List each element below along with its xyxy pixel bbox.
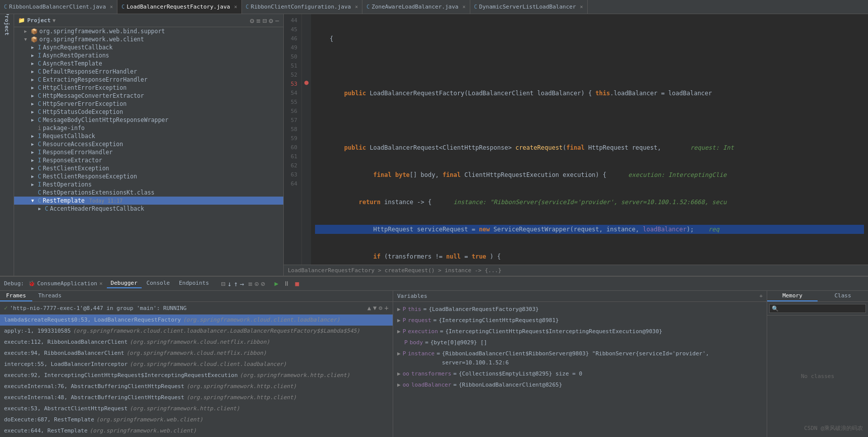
frames-tab[interactable]: Frames [0, 291, 32, 301]
tree-item-web-client-pkg[interactable]: ▼ 📦 org.springframework.web.client [14, 35, 283, 43]
close-tab-3[interactable]: × [462, 4, 465, 10]
code-container[interactable]: 44 45 46 49 50 51 52 53 54 55 56 57 58 5… [284, 14, 868, 265]
tree-item-rest-client-exception[interactable]: ▶ C RestClientException [14, 164, 283, 172]
run-to-cursor-icon[interactable]: → [240, 280, 244, 288]
var-transformers[interactable]: ▶ oo transformers = {Collections$EmptyLi… [393, 368, 767, 380]
code-line-52: return instance -> { instance: "RibbonSe… [315, 198, 864, 207]
breakpoints-icon[interactable]: ⊙ [255, 280, 259, 288]
frame-item-9[interactable]: doExecute:687, RestTemplate (org.springf… [0, 414, 393, 425]
expand-arrow-i2: ▶ [31, 53, 36, 58]
thread-filter-icon[interactable]: ▲ [367, 304, 371, 311]
class-tab[interactable]: Class [818, 291, 868, 301]
var-execution[interactable]: ▶ P execution = {InterceptingClientHttpR… [393, 326, 767, 337]
tree-item-request-callback[interactable]: ▶ I RequestCallback [14, 132, 283, 140]
debug-tab-debugger[interactable]: Debugger [107, 279, 142, 288]
list-icon[interactable]: ≡ [256, 17, 260, 25]
settings-icon[interactable]: ⚙ [269, 17, 273, 25]
step-out-icon[interactable]: ↑ [233, 280, 237, 288]
expand-execution[interactable]: ▶ [397, 327, 401, 336]
frame-item-6[interactable]: executeInternal:76, AbstractBufferingCli… [0, 381, 393, 392]
tree-item-http-server-error[interactable]: ▶ C HttpServerErrorException [14, 100, 283, 108]
tree-item-default-response[interactable]: ▶ C DefaultResponseErrorHandler [14, 68, 283, 76]
threads-tab[interactable]: Threads [32, 291, 68, 301]
tree-item-rest-client-response[interactable]: ▶ C RestClientResponseException [14, 172, 283, 180]
frame-item-0[interactable]: lambda$createRequest$0:53, LoadBalancerR… [0, 315, 393, 326]
close-session-icon[interactable]: × [99, 280, 103, 287]
expand-this[interactable]: ▶ [397, 305, 401, 314]
debug-tab-endpoints[interactable]: Endpoints [175, 279, 213, 288]
tab-ribbon-load-balancer-client[interactable]: C RibbonLoadBalancerClient.java × [0, 0, 117, 14]
memory-tab[interactable]: Memory [767, 291, 818, 301]
debug-label: Debug: [4, 280, 24, 287]
tab-zone-aware[interactable]: C ZoneAwareLoadBalancer.java × [362, 0, 470, 14]
var-this[interactable]: ▶ P this = {LoadBalancerRequestFactory@8… [393, 304, 767, 315]
frame-item-10[interactable]: execute:644, RestTemplate (org.springfra… [0, 425, 393, 436]
tree-item-msg-body[interactable]: ▶ C MessageBodyClientHttpResponseWrapper [14, 116, 283, 124]
frame-item-5[interactable]: execute:92, InterceptingClientHttpReques… [0, 370, 393, 381]
close-tab-2[interactable]: × [355, 4, 358, 10]
frame-item-3[interactable]: execute:94, RibbonLoadBalancerClient (or… [0, 348, 393, 359]
tab-ribbon-client-config[interactable]: C RibbonClientConfiguration.java × [242, 0, 363, 14]
class-icon-10: C [38, 165, 41, 172]
run-controls: ▶ ⏸ ■ [273, 279, 301, 288]
expand-instance[interactable]: ▶ [397, 349, 401, 358]
thread-settings-icon[interactable]: ⚙ [379, 304, 382, 311]
tree-item-response-extractor[interactable]: ▶ I ResponseExtractor [14, 156, 283, 164]
layout-icon[interactable]: ⊟ [263, 17, 267, 25]
tree-item-bind-support[interactable]: ▶ 📦 org.springframework.web.bind.support [14, 27, 283, 35]
var-body[interactable]: P body = {byte[0]@9029} [] [393, 337, 767, 348]
frame-item-4[interactable]: intercept:55, LoadBalancerInterceptor (o… [0, 359, 393, 370]
var-request[interactable]: ▶ P request = {InterceptingClientHttpReq… [393, 315, 767, 326]
tab-load-balancer-request-factory[interactable]: C LoadBalancerRequestFactory.java × [117, 0, 241, 14]
stop-button[interactable]: ■ [293, 279, 300, 288]
tree-item-response-error-handler[interactable]: ▶ I ResponseErrorHandler [14, 148, 283, 156]
tree-item-async-rest-template[interactable]: ▶ C AsyncRestTemplate [14, 59, 283, 68]
frame-item-7[interactable]: executeInternal:48, AbstractBufferingCli… [0, 392, 393, 403]
step-over-icon[interactable]: ⊟ [221, 280, 225, 288]
tree-item-http-msg-converter[interactable]: ▶ C HttpMessageConverterExtractor [14, 92, 283, 100]
close-tab-4[interactable]: × [580, 4, 583, 10]
debug-session: 🐞 ConsumeApplication × [28, 280, 103, 287]
thread-down-icon[interactable]: ▼ [373, 304, 377, 311]
tree-item-accent-header[interactable]: ▶ C AccentHeaderRequestCallback [14, 205, 283, 213]
minus-icon[interactable]: − [275, 17, 279, 25]
code-editor[interactable]: { public LoadBalancerRequestFactory(Load… [311, 14, 868, 265]
expand-load-balancer[interactable]: ▶ [397, 381, 401, 390]
tree-item-package-info[interactable]: i package-info [14, 124, 283, 132]
tree-item-rest-template[interactable]: ▼ C RestTemplate Today 11:17 [14, 197, 283, 205]
evaluate-icon[interactable]: ≡ [248, 280, 252, 288]
mute-breakpoints-icon[interactable]: ⊘ [261, 280, 265, 288]
variables-list: ▶ P this = {LoadBalancerRequestFactory@8… [393, 302, 767, 437]
dropdown-icon[interactable]: ▼ [52, 18, 55, 23]
close-tab-0[interactable]: × [110, 4, 113, 10]
frame-item-1[interactable]: apply:-1, 1993310585 (org.springframewor… [0, 326, 393, 337]
tree-item-async-rest-ops[interactable]: ▶ I AsyncRestOperations [14, 51, 283, 59]
memory-search-input[interactable] [769, 304, 866, 313]
thread-plus-icon[interactable]: + [385, 304, 389, 312]
tree-item-http-client-error[interactable]: ▶ C HttpClientErrorException [14, 84, 283, 92]
tree-item-async-request-callback[interactable]: ▶ I AsyncRequestCallback [14, 43, 283, 51]
tab-dynamic-server[interactable]: C DynamicServerListLoadBalancer × [470, 0, 588, 14]
frame-item-2[interactable]: execute:112, RibbonLoadBalancerClient (o… [0, 337, 393, 348]
tree-item-resource-access[interactable]: ▶ C ResourceAccessException [14, 140, 283, 148]
add-variable-icon[interactable]: + [759, 293, 763, 299]
field-icon-request: P [403, 316, 406, 325]
tree-item-rest-operations[interactable]: ▶ I RestOperations [14, 180, 283, 189]
interface-icon-5: I [38, 157, 41, 164]
var-instance[interactable]: ▶ P instance = {RibbonLoadBalancerClient… [393, 348, 767, 368]
step-into-icon[interactable]: ↓ [227, 280, 231, 288]
tree-item-extracting-response[interactable]: ▶ C ExtractingResponseErrorHandler [14, 76, 283, 84]
tree-item-http-status[interactable]: ▶ C HttpStatusCodeException [14, 108, 283, 116]
debug-tab-console[interactable]: Console [143, 279, 174, 288]
frame-item-8[interactable]: execute:53, AbstractClientHttpRequest (o… [0, 403, 393, 414]
package-icon-2: 📦 [31, 36, 38, 43]
close-tab-1[interactable]: × [234, 4, 237, 10]
expand-transformers[interactable]: ▶ [397, 369, 401, 379]
resume-button[interactable]: ▶ [273, 279, 280, 288]
project-icon[interactable]: Project [2, 18, 13, 29]
gear-icon[interactable]: ⚙ [250, 17, 254, 25]
var-load-balancer[interactable]: ▶ oo loadBalancer = {RibbonLoadBalancerC… [393, 380, 767, 391]
pause-button[interactable]: ⏸ [282, 279, 291, 288]
expand-request[interactable]: ▶ [397, 316, 401, 325]
tree-item-rest-ops-ext[interactable]: C RestOperationsExtensionsKt.class [14, 189, 283, 197]
